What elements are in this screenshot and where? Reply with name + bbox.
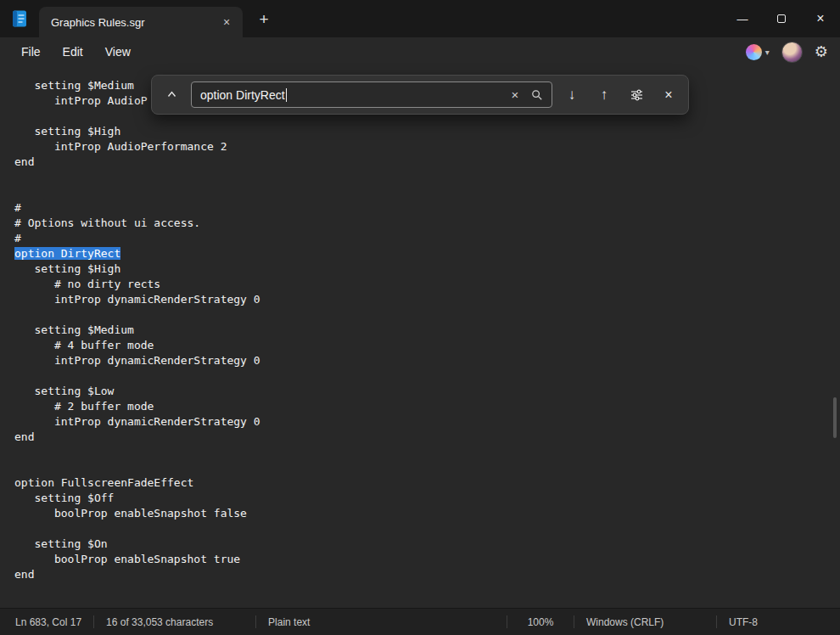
editor-line: #	[14, 231, 840, 246]
editor-line: intProp dynamicRenderStrategy 0	[14, 414, 840, 430]
status-cursor-position: Ln 683, Col 17	[15, 609, 93, 635]
filter-options-icon	[630, 88, 643, 101]
menu-right-icons: ▾ ⚙	[746, 42, 828, 63]
status-bar: Ln 683, Col 17 16 of 33,053 characters P…	[0, 608, 840, 635]
app-icon-zone	[0, 0, 39, 37]
editor-line: #	[14, 200, 840, 216]
editor-line: setting $Medium	[14, 323, 840, 338]
titlebar-drag-area	[277, 0, 723, 37]
close-find-button[interactable]: ×	[656, 82, 681, 108]
editor-line: setting $Low	[14, 384, 840, 399]
maximize-icon	[777, 14, 786, 23]
expand-replace-button[interactable]	[159, 82, 184, 108]
find-options-button[interactable]	[624, 82, 649, 108]
menu-view[interactable]: View	[94, 41, 142, 63]
editor-line: end	[14, 567, 840, 582]
editor-line	[14, 307, 840, 323]
editor-line	[14, 460, 840, 475]
editor-line: # 4 buffer mode	[14, 338, 840, 353]
status-doc-type: Plain text	[256, 609, 322, 635]
editor-line: end	[14, 155, 840, 170]
vertical-scrollbar-thumb[interactable]	[833, 397, 837, 438]
menu-file[interactable]: File	[10, 41, 52, 63]
clear-icon: ×	[512, 87, 519, 102]
editor-line: option FullscreenFadeEffect	[14, 475, 840, 491]
editor-line: setting $High	[14, 124, 840, 139]
editor-line: # Options without ui access.	[14, 216, 840, 231]
menu-edit[interactable]: Edit	[52, 41, 94, 63]
editor-line: # no dirty rects	[14, 277, 840, 292]
text-caret	[286, 88, 287, 102]
menu-bar: File Edit View ▾ ⚙	[0, 37, 840, 66]
find-next-button[interactable]: ↓	[559, 82, 585, 108]
arrow-up-icon: ↑	[601, 87, 608, 104]
editor-line: intProp AudioPerformance 2	[14, 139, 840, 155]
find-previous-button[interactable]: ↑	[591, 82, 617, 108]
find-bar: option DirtyRect × ↓ ↑	[151, 75, 689, 115]
minimize-icon: —	[737, 13, 748, 25]
editor-line: end	[14, 430, 840, 445]
editor-line: intProp dynamicRenderStrategy 0	[14, 292, 840, 307]
gear-icon: ⚙	[815, 43, 828, 60]
editor[interactable]: setting $Medium intProp AudioP setting $…	[0, 66, 840, 608]
add-tab-button[interactable]: +	[251, 7, 277, 32]
editor-line: setting $High	[14, 261, 840, 277]
selected-text: option DirtyRect	[14, 247, 120, 260]
maximize-button[interactable]	[762, 0, 801, 37]
editor-line: boolProp enableSnapshot true	[14, 552, 840, 567]
chevron-up-icon	[166, 89, 177, 100]
copilot-button[interactable]: ▾	[746, 44, 770, 60]
avatar[interactable]	[781, 42, 803, 63]
editor-line	[14, 521, 840, 537]
copilot-icon	[746, 44, 762, 60]
editor-line: boolProp enableSnapshot false	[14, 506, 840, 521]
status-line-ending: Windows (CRLF)	[574, 609, 716, 635]
find-input[interactable]: option DirtyRect ×	[191, 81, 552, 108]
close-icon: ×	[223, 15, 230, 29]
status-encoding: UTF-8	[717, 609, 840, 635]
search-button[interactable]	[526, 84, 548, 106]
tab-title: Graphics Rules.sgr	[51, 16, 217, 29]
close-icon: ×	[664, 87, 672, 103]
status-character-count: 16 of 33,053 characters	[94, 609, 255, 635]
tab-close-button[interactable]: ×	[217, 13, 236, 31]
find-query-text: option DirtyRect	[200, 88, 285, 102]
chevron-down-icon: ▾	[765, 48, 770, 57]
tab-graphics-rules[interactable]: Graphics Rules.sgr ×	[39, 7, 243, 37]
editor-line	[14, 445, 840, 460]
editor-line	[14, 368, 840, 384]
editor-line: # 2 buffer mode	[14, 399, 840, 414]
plus-icon: +	[259, 10, 268, 29]
clear-search-button[interactable]: ×	[504, 84, 526, 106]
editor-line: setting $Off	[14, 491, 840, 506]
arrow-down-icon: ↓	[568, 87, 576, 104]
search-icon	[531, 89, 543, 101]
editor-line: intProp dynamicRenderStrategy 0	[14, 353, 840, 368]
notepad-icon	[10, 9, 29, 28]
editor-lines: setting $Medium intProp AudioP setting $…	[0, 66, 840, 582]
close-window-button[interactable]: ×	[801, 0, 840, 37]
settings-button[interactable]: ⚙	[815, 42, 828, 61]
minimize-button[interactable]: —	[723, 0, 762, 37]
status-right-group: 100% Windows (CRLF) UTF-8	[507, 609, 840, 635]
close-icon: ×	[816, 11, 824, 26]
editor-line	[14, 185, 840, 200]
status-zoom: 100%	[507, 609, 574, 635]
notepad-window: Graphics Rules.sgr × + — × File Edit Vie…	[0, 0, 840, 635]
editor-line: option DirtyRect	[14, 246, 840, 261]
editor-line: setting $On	[14, 537, 840, 552]
editor-line	[14, 170, 840, 185]
title-bar: Graphics Rules.sgr × + — ×	[0, 0, 840, 37]
